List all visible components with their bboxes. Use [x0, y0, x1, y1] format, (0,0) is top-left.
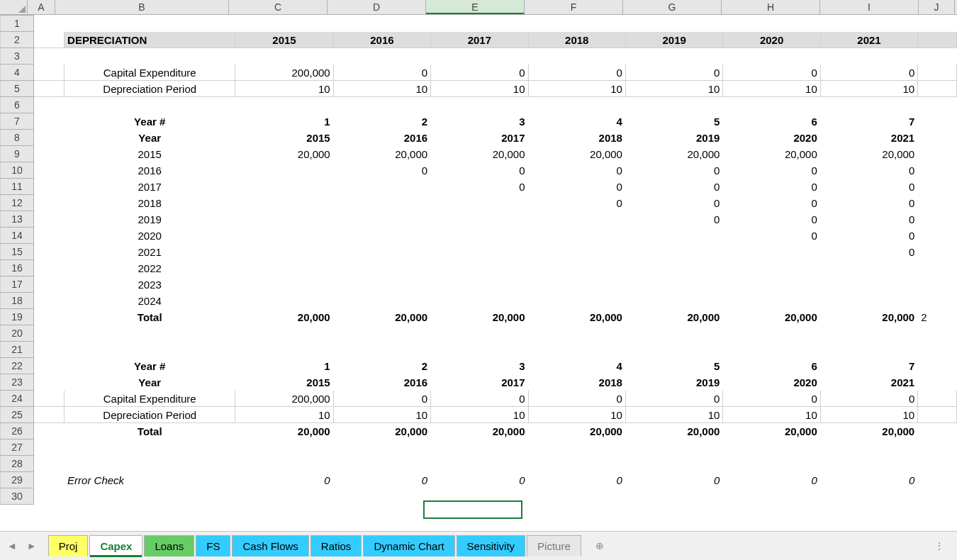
cell-J26[interactable] — [918, 423, 957, 439]
row-header[interactable]: 9 — [1, 146, 34, 162]
cell-G30[interactable] — [625, 488, 722, 505]
cell-I4[interactable]: 0 — [820, 65, 917, 81]
cell-G18[interactable] — [625, 293, 722, 309]
cell-E4[interactable]: 0 — [431, 65, 528, 81]
cell-D3[interactable] — [333, 48, 430, 65]
cell-F16[interactable] — [528, 260, 625, 276]
column-header-I[interactable]: I — [820, 0, 919, 14]
cell-E20[interactable] — [431, 325, 528, 342]
cell-F5[interactable]: 10 — [528, 81, 625, 97]
select-all-corner[interactable] — [0, 0, 28, 14]
cell-C15[interactable] — [235, 244, 333, 260]
cell-E3[interactable] — [431, 48, 528, 65]
cell-B15[interactable]: 2021 — [65, 244, 235, 260]
cell-J2[interactable] — [918, 32, 957, 48]
row-header[interactable]: 1 — [1, 16, 34, 32]
cell-B21[interactable] — [65, 342, 235, 358]
cell-G14[interactable] — [625, 228, 722, 244]
cell-I1[interactable] — [820, 16, 917, 32]
cell-I23[interactable]: 2021 — [820, 374, 917, 391]
cell-E13[interactable] — [431, 211, 528, 228]
cell-A6[interactable] — [34, 97, 65, 113]
cell-C16[interactable] — [235, 260, 333, 276]
cell-D11[interactable] — [333, 179, 430, 195]
cell-I8[interactable]: 2021 — [820, 130, 917, 146]
sheet-tab-fs[interactable]: FS — [196, 535, 230, 556]
cell-C19[interactable]: 20,000 — [235, 309, 333, 325]
cell-B28[interactable] — [65, 456, 235, 472]
cell-I9[interactable]: 20,000 — [820, 146, 917, 162]
cell-F13[interactable] — [528, 211, 625, 228]
cell-I11[interactable]: 0 — [820, 179, 917, 195]
cell-C30[interactable] — [235, 488, 333, 505]
row-header[interactable]: 16 — [1, 260, 34, 276]
cell-E29[interactable]: 0 — [431, 472, 528, 488]
cell-A18[interactable] — [34, 293, 65, 309]
cell-I15[interactable]: 0 — [820, 244, 917, 260]
row-header[interactable]: 28 — [1, 456, 34, 472]
cell-E10[interactable]: 0 — [431, 162, 528, 179]
row-header[interactable]: 4 — [1, 65, 34, 81]
cell-B7[interactable]: Year # — [65, 113, 235, 130]
cell-B20[interactable] — [65, 325, 235, 342]
cell-I5[interactable]: 10 — [820, 81, 917, 97]
cell-H27[interactable] — [723, 439, 820, 456]
cell-F6[interactable] — [528, 97, 625, 113]
cell-I22[interactable]: 7 — [820, 358, 917, 374]
row-header[interactable]: 15 — [1, 244, 34, 260]
cell-F27[interactable] — [528, 439, 625, 456]
cell-G29[interactable]: 0 — [625, 472, 722, 488]
cell-C24[interactable]: 200,000 — [235, 391, 333, 407]
cell-G19[interactable]: 20,000 — [625, 309, 722, 325]
cell-H17[interactable] — [723, 276, 820, 293]
cell-C28[interactable] — [235, 456, 333, 472]
cell-B9[interactable]: 2015 — [65, 146, 235, 162]
column-header-H[interactable]: H — [722, 0, 820, 14]
cell-G20[interactable] — [625, 325, 722, 342]
cell-D15[interactable] — [333, 244, 430, 260]
cell-F22[interactable]: 4 — [528, 358, 625, 374]
cell-B27[interactable] — [65, 439, 235, 456]
cell-C5[interactable]: 10 — [235, 81, 333, 97]
cell-D5[interactable]: 10 — [333, 81, 430, 97]
column-header-D[interactable]: D — [328, 0, 426, 14]
cell-A30[interactable] — [34, 488, 65, 505]
cell-F24[interactable]: 0 — [528, 391, 625, 407]
cell-E17[interactable] — [431, 276, 528, 293]
cell-F14[interactable] — [528, 228, 625, 244]
cell-H6[interactable] — [723, 97, 820, 113]
column-header-C[interactable]: C — [229, 0, 328, 14]
row-header[interactable]: 10 — [1, 162, 34, 179]
cell-H1[interactable] — [723, 16, 820, 32]
sheet-tab-sensitivity[interactable]: Sensitivity — [457, 535, 526, 556]
cell-A23[interactable] — [34, 374, 65, 391]
cell-G26[interactable]: 20,000 — [625, 423, 722, 439]
cell-C4[interactable]: 200,000 — [235, 65, 333, 81]
cell-J1[interactable] — [918, 16, 957, 32]
row-header[interactable]: 17 — [1, 276, 34, 293]
cell-A15[interactable] — [34, 244, 65, 260]
cell-B8[interactable]: Year — [65, 130, 235, 146]
cell-H12[interactable]: 0 — [723, 195, 820, 211]
cell-F1[interactable] — [528, 16, 625, 32]
row-header[interactable]: 14 — [1, 228, 34, 244]
cell-F19[interactable]: 20,000 — [528, 309, 625, 325]
cell-J27[interactable] — [918, 439, 957, 456]
row-header[interactable]: 2 — [1, 32, 34, 48]
cell-H8[interactable]: 2020 — [723, 130, 820, 146]
cell-C9[interactable]: 20,000 — [235, 146, 333, 162]
cell-H24[interactable]: 0 — [723, 391, 820, 407]
row-header[interactable]: 19 — [1, 309, 34, 325]
cell-A28[interactable] — [34, 456, 65, 472]
sheet-tab-picture[interactable]: Picture — [527, 535, 581, 556]
cell-I17[interactable] — [820, 276, 917, 293]
cell-H29[interactable]: 0 — [723, 472, 820, 488]
cell-B23[interactable]: Year — [65, 374, 235, 391]
cell-C20[interactable] — [235, 325, 333, 342]
column-header-G[interactable]: G — [623, 0, 722, 14]
cell-E11[interactable]: 0 — [431, 179, 528, 195]
cell-A7[interactable] — [34, 113, 65, 130]
cell-J5[interactable] — [918, 81, 957, 97]
sheet-tab-ratios[interactable]: Ratios — [310, 535, 362, 556]
cell-F8[interactable]: 2018 — [528, 130, 625, 146]
